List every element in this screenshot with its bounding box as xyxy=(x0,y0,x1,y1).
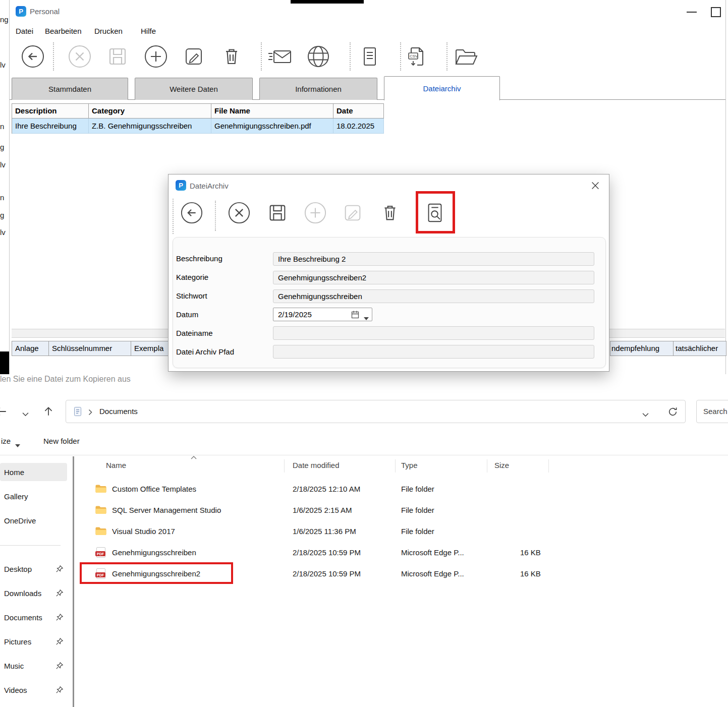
column-header-category[interactable]: Category xyxy=(89,104,211,119)
datum-input[interactable]: 2/19/2025 xyxy=(273,308,372,321)
table-cell-category[interactable]: Z.B. Genehmigungsschreiben xyxy=(89,119,211,134)
tab-informationen[interactable]: Informationen xyxy=(259,78,377,100)
toolbar-separator xyxy=(350,42,351,71)
refresh-button[interactable] xyxy=(667,406,678,417)
column-header-name[interactable]: Name xyxy=(106,461,126,469)
edit-button[interactable] xyxy=(182,44,206,69)
open-folder-button[interactable] xyxy=(452,44,480,69)
csv-export-button[interactable]: CSV xyxy=(405,44,429,69)
dateiarchiv-dialog: P DateiArchiv Beschreibung xyxy=(168,174,609,372)
menu-drucken[interactable]: Drucken xyxy=(91,25,126,37)
calendar-icon[interactable] xyxy=(351,310,360,319)
edge-fragment: g xyxy=(0,143,9,151)
column-separator[interactable] xyxy=(548,459,549,473)
file-row-genehmigungsschreiben[interactable]: PDF Genehmigungsschreiben 2/18/2025 10:5… xyxy=(0,542,728,563)
stichwort-input[interactable] xyxy=(273,289,594,303)
tab-stammdaten[interactable]: Stammdaten xyxy=(12,78,128,100)
globe-icon xyxy=(306,44,330,69)
trash-icon xyxy=(378,201,402,224)
bottom-column-tatsaechlicher[interactable]: tatsächlicher xyxy=(673,341,726,356)
dialog-close-button[interactable] xyxy=(590,180,601,191)
column-header-date-modified[interactable]: Date modified xyxy=(293,461,340,469)
edge-fragment: n xyxy=(0,122,9,131)
add-button[interactable] xyxy=(144,44,168,69)
file-type: Microsoft Edge P... xyxy=(401,548,464,557)
column-header-type[interactable]: Type xyxy=(401,461,418,469)
breadcrumb-documents[interactable]: Documents xyxy=(99,407,138,416)
dialog-save-button[interactable] xyxy=(266,201,289,224)
history-dropdown-button[interactable] xyxy=(22,409,29,414)
label-stichwort: Stichwort xyxy=(176,291,207,300)
folder-icon xyxy=(95,505,107,515)
app-logo-icon: P xyxy=(16,6,26,17)
sidebar-item-music[interactable]: Music xyxy=(0,657,67,675)
search-box[interactable]: Search xyxy=(696,400,728,423)
table-cell-file-name[interactable]: Genehmigungsschreiben.pdf xyxy=(211,119,333,134)
minimize-button[interactable] xyxy=(684,6,699,18)
file-row-visual-studio-2017[interactable]: Visual Studio 2017 1/6/2025 11:36 PM Fil… xyxy=(0,521,728,542)
file-modified: 2/18/2025 10:59 PM xyxy=(293,548,361,557)
kategorie-input[interactable] xyxy=(273,271,594,284)
column-header-date[interactable]: Date xyxy=(333,104,384,119)
column-separator[interactable] xyxy=(284,459,285,473)
column-separator[interactable] xyxy=(395,459,396,473)
sidebar-item-pictures[interactable]: Pictures xyxy=(0,632,67,651)
menu-datei[interactable]: Datei xyxy=(13,25,36,37)
menu-bearbeiten[interactable]: Bearbeiten xyxy=(42,25,85,37)
background-window-fragment xyxy=(0,351,9,374)
tab-dateiarchiv[interactable]: Dateiarchiv xyxy=(384,76,500,100)
dialog-edit-button[interactable] xyxy=(341,201,364,224)
archiv-pfad-input[interactable] xyxy=(273,345,594,359)
column-header-description[interactable]: Description xyxy=(12,104,89,119)
bottom-column-schluesselnummer[interactable]: Schlüsselnummer xyxy=(48,341,131,356)
maximize-icon xyxy=(708,6,723,18)
file-row-custom-office-templates[interactable]: Custom Office Templates 2/18/2025 12:10 … xyxy=(0,479,728,500)
toolbar-separator xyxy=(446,42,447,71)
sidebar-item-documents[interactable]: Documents xyxy=(0,608,67,626)
sidebar-item-videos[interactable]: Videos xyxy=(0,681,67,699)
background-strip xyxy=(291,0,364,4)
cancel-button[interactable] xyxy=(68,44,92,69)
tab-weitere-daten[interactable]: Weitere Daten xyxy=(135,78,253,100)
organize-dropdown-icon[interactable] xyxy=(15,440,20,443)
sidebar-label: Videos xyxy=(4,686,27,694)
back-button[interactable] xyxy=(21,44,45,69)
column-separator[interactable] xyxy=(487,459,487,473)
file-row-sql-server-management-studio[interactable]: SQL Server Management Studio 1/6/2025 2:… xyxy=(0,500,728,521)
pin-icon xyxy=(55,613,64,621)
edge-fragment: g xyxy=(0,211,9,219)
send-mail-button[interactable] xyxy=(266,44,294,69)
beschreibung-input[interactable] xyxy=(273,252,594,266)
explorer-back-button[interactable] xyxy=(0,405,9,418)
bottom-column-empfehlung[interactable]: ndempfehlung xyxy=(610,341,674,356)
web-button[interactable] xyxy=(306,44,330,69)
organize-button[interactable]: ize xyxy=(1,437,11,445)
dialog-cancel-button[interactable] xyxy=(228,201,251,224)
red-highlight-box xyxy=(416,191,455,233)
maximize-button[interactable] xyxy=(708,6,723,18)
mail-icon xyxy=(266,44,294,69)
dateiname-input[interactable] xyxy=(273,326,594,340)
new-folder-button[interactable]: New folder xyxy=(43,437,80,445)
save-button[interactable] xyxy=(105,44,130,69)
dialog-add-button[interactable] xyxy=(304,201,327,224)
file-type: File folder xyxy=(401,527,434,536)
table-cell-description[interactable]: Ihre Beschreibung xyxy=(12,119,89,134)
column-header-file-name[interactable]: File Name xyxy=(211,104,333,119)
sidebar-item-downloads[interactable]: Downloads xyxy=(0,584,67,602)
bottom-column-anlage[interactable]: Anlage xyxy=(12,341,49,356)
report-button[interactable] xyxy=(358,44,382,69)
address-bar[interactable]: Documents xyxy=(66,400,686,423)
toolbar-separator xyxy=(53,42,54,71)
cancel-icon xyxy=(68,44,92,69)
dialog-delete-button[interactable] xyxy=(378,201,402,224)
menu-hilfe[interactable]: Hilfe xyxy=(138,25,159,37)
dialog-back-button[interactable] xyxy=(180,201,203,224)
up-button[interactable] xyxy=(43,406,54,417)
table-cell-date[interactable]: 18.02.2025 xyxy=(333,119,384,134)
calendar-dropdown-icon[interactable] xyxy=(364,313,369,317)
file-name: SQL Server Management Studio xyxy=(112,506,221,514)
column-header-size[interactable]: Size xyxy=(494,461,509,469)
delete-button[interactable] xyxy=(219,44,244,69)
address-dropdown-button[interactable] xyxy=(642,410,649,415)
